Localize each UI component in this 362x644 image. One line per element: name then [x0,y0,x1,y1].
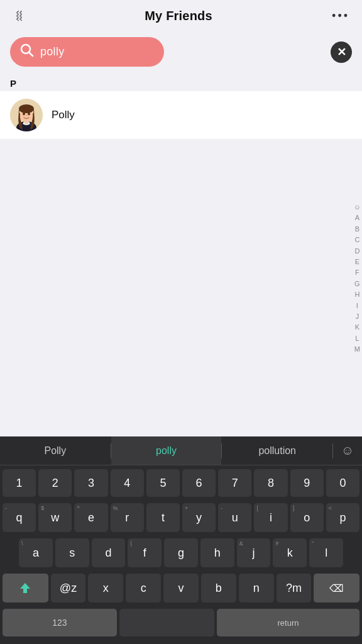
key-l[interactable]: "l [309,538,343,567]
avatar [10,99,43,131]
letter-row-3: @z x c v b n ?m ⌫ [0,570,362,605]
alpha-b[interactable]: B [355,225,359,234]
delete-icon: ⌫ [329,582,344,594]
friend-item-polly[interactable]: Polly [0,91,362,139]
key-p[interactable]: <p [326,503,359,532]
key-t[interactable]: t [146,503,180,532]
svg-point-7 [23,113,25,115]
key-z[interactable]: @z [51,574,86,602]
alpha-j[interactable]: J [356,312,359,321]
key-g[interactable]: g [164,538,198,567]
alpha-k[interactable]: K [355,323,359,332]
key-6[interactable]: 6 [182,469,216,497]
search-clear-button[interactable]: ✕ [331,42,352,63]
content-area: P [0,74,362,139]
search-query: polly [40,45,65,58]
alpha-m[interactable]: M [354,345,360,354]
spacebar[interactable] [119,609,214,636]
letter-row-2: \a s d (f g h &j #k "l [0,535,362,570]
autocomplete-suggestion-polly[interactable]: polly [111,436,222,465]
shift-icon [18,581,32,595]
key-x[interactable]: x [88,574,123,602]
key-b[interactable]: b [201,574,236,602]
friends-list: Polly [0,91,362,139]
autocomplete-bar: Polly polly pollution ☺ [0,436,362,465]
key-w[interactable]: $w [38,503,72,532]
key-0[interactable]: 0 [326,469,359,497]
alpha-a[interactable]: A [355,213,359,223]
letter-row-1: -q $w ^e %r t +y -u [i ]o <p [0,499,362,535]
key-c[interactable]: c [126,574,161,602]
key-2[interactable]: 2 [38,469,72,497]
key-v[interactable]: v [163,574,199,602]
key-7[interactable]: 7 [218,469,251,497]
alpha-index: ☺ A B C D E F G H I J K L M [353,200,362,357]
number-row: 1 2 3 4 5 6 7 8 9 0 [0,465,362,499]
search-icon [20,43,34,60]
page-title: My Friends [145,9,212,23]
more-options-icon[interactable]: ••• [332,9,349,23]
key-r[interactable]: %r [111,503,144,532]
header: ⧛ My Friends ••• [0,0,362,32]
key-u[interactable]: -u [218,503,251,532]
key-f[interactable]: (f [128,538,162,567]
search-bar-container: polly ✕ [0,32,362,74]
key-n[interactable]: n [239,574,274,602]
key-4[interactable]: 4 [111,469,144,497]
alpha-l[interactable]: L [355,334,359,343]
key-y[interactable]: +y [182,503,216,532]
key-a[interactable]: \a [19,538,53,567]
alpha-g[interactable]: G [354,279,360,289]
autocomplete-suggestion-pollution[interactable]: pollution [222,436,332,465]
key-e[interactable]: ^e [74,503,107,532]
key-j[interactable]: &j [237,538,271,567]
key-123[interactable]: 123 [3,609,117,636]
alpha-c[interactable]: C [354,235,359,245]
key-m[interactable]: ?m [277,574,312,602]
autocomplete-suggestion-polly-cap[interactable]: Polly [0,436,111,465]
svg-line-1 [30,53,33,57]
alpha-h[interactable]: H [354,290,359,299]
shift-key[interactable] [3,574,48,602]
section-letter-p: P [0,74,362,91]
alpha-i[interactable]: I [356,301,358,311]
svg-point-6 [19,104,34,113]
keyboard: Polly polly pollution ☺ 1 2 3 4 5 6 7 8 … [0,436,362,644]
key-k[interactable]: #k [273,538,307,567]
emoji-icon: ☺ [341,443,354,458]
space-row: 123 return [0,605,362,644]
key-o[interactable]: ]o [290,503,324,532]
key-3[interactable]: 3 [74,469,107,497]
key-8[interactable]: 8 [254,469,287,497]
alpha-emoji[interactable]: ☺ [354,203,361,212]
delete-key[interactable]: ⌫ [314,574,359,602]
key-i[interactable]: [i [254,503,287,532]
clear-icon: ✕ [337,45,346,59]
alpha-e[interactable]: E [355,257,359,267]
alpha-d[interactable]: D [354,247,359,256]
key-return[interactable]: return [217,609,359,636]
autocomplete-emoji-btn[interactable]: ☺ [333,443,362,458]
key-d[interactable]: d [92,538,126,567]
key-q[interactable]: -q [3,503,36,532]
key-s[interactable]: s [55,538,89,567]
friend-name: Polly [52,109,75,121]
key-h[interactable]: h [200,538,234,567]
key-5[interactable]: 5 [146,469,180,497]
svg-point-8 [28,113,30,115]
alpha-f[interactable]: F [355,268,359,277]
search-input[interactable]: polly [10,37,164,67]
back-chevron-icon[interactable]: ⧛ [13,9,25,23]
key-9[interactable]: 9 [290,469,324,497]
key-1[interactable]: 1 [3,469,36,497]
